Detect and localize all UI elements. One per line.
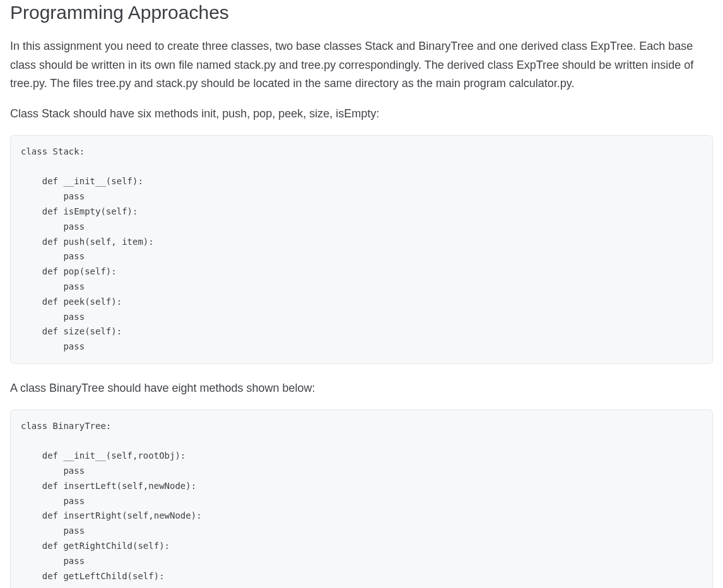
tree-intro-paragraph: A class BinaryTree should have eight met…: [10, 379, 713, 398]
intro-paragraph: In this assignment you need to create th…: [10, 37, 713, 93]
stack-code-block: class Stack: def __init__(self): pass de…: [10, 135, 713, 364]
tree-code-block: class BinaryTree: def __init__(self,root…: [10, 409, 713, 588]
document-page: Programming Approaches In this assignmen…: [0, 0, 723, 588]
page-title: Programming Approaches: [10, 0, 713, 25]
stack-intro-paragraph: Class Stack should have six methods init…: [10, 105, 713, 124]
